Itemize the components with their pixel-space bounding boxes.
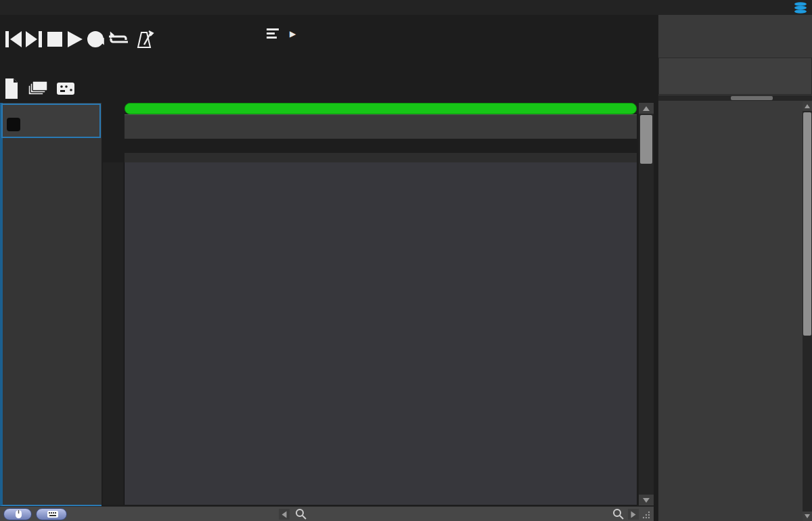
stop-icon[interactable]	[47, 32, 62, 47]
loop-icon[interactable]	[100, 32, 129, 45]
timeline-ruler[interactable]	[125, 114, 637, 139]
mouse-help-button[interactable]	[3, 508, 32, 520]
zoom-icon-right[interactable]	[612, 508, 625, 520]
right-panel	[658, 15, 812, 521]
phrase-preview[interactable]	[658, 58, 812, 95]
generator-tree	[658, 101, 802, 521]
tree-scroll-down-icon[interactable]	[803, 512, 812, 521]
app-window: ▶	[0, 0, 812, 521]
add-track-button[interactable]	[7, 118, 20, 131]
melody-piano-roll[interactable]	[125, 162, 637, 313]
chord-track	[125, 139, 637, 153]
play-icon[interactable]	[68, 31, 83, 47]
preview-hscrollbar[interactable]	[658, 95, 812, 101]
keyboard-help-button[interactable]	[36, 508, 67, 520]
transport-controls	[5, 30, 154, 49]
database-icon[interactable]	[793, 2, 808, 14]
hscroll-right-icon[interactable]	[628, 509, 639, 520]
chord-info-row	[125, 153, 637, 162]
pads-icon[interactable]	[57, 83, 74, 95]
piano-keys-lead[interactable]	[103, 162, 125, 313]
new-file-icon[interactable]	[5, 78, 18, 99]
chords-piano-roll[interactable]	[125, 313, 637, 505]
mouse-icon	[15, 509, 22, 519]
statusbar	[0, 506, 654, 521]
zoom-out-left-icon[interactable]	[295, 508, 307, 520]
skip-end-icon[interactable]	[26, 31, 42, 47]
keyboard-icon	[47, 511, 58, 518]
song-list-icon[interactable]	[267, 28, 279, 39]
part-bar[interactable]	[125, 103, 637, 114]
metronome-icon[interactable]	[138, 31, 153, 47]
record-icon[interactable]	[87, 31, 104, 47]
skip-start-icon[interactable]	[5, 31, 22, 47]
hscroll-left-icon[interactable]	[279, 509, 290, 520]
tree-vscrollbar[interactable]	[803, 101, 812, 521]
master-track-section	[3, 139, 101, 168]
scroll-down-icon[interactable]	[639, 495, 654, 505]
resize-grip[interactable]	[641, 510, 651, 520]
main-vscrollbar[interactable]	[639, 103, 654, 505]
song-next-icon[interactable]: ▶	[290, 29, 296, 39]
timeline-section	[1, 104, 101, 138]
scroll-up-icon[interactable]	[639, 103, 654, 114]
vscroll-thumb[interactable]	[640, 115, 652, 164]
piano-keys-chords[interactable]	[103, 313, 125, 505]
copy-stack-icon[interactable]	[28, 81, 47, 95]
menubar	[0, 0, 812, 15]
file-toolbar	[4, 77, 78, 100]
